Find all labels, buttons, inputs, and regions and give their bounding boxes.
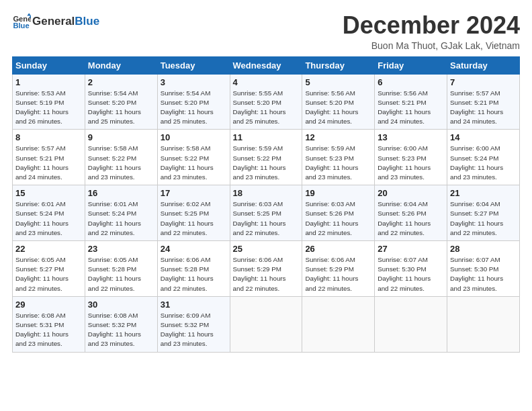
- col-tuesday: Tuesday: [157, 56, 230, 74]
- table-row: 17Sunrise: 6:02 AMSunset: 5:25 PMDayligh…: [157, 185, 230, 241]
- table-row: 19Sunrise: 6:03 AMSunset: 5:26 PMDayligh…: [302, 185, 375, 241]
- table-row: 13Sunrise: 6:00 AMSunset: 5:23 PMDayligh…: [375, 130, 447, 185]
- table-row: 10Sunrise: 5:58 AMSunset: 5:22 PMDayligh…: [157, 130, 230, 185]
- table-row: [375, 296, 447, 352]
- col-saturday: Saturday: [447, 56, 520, 74]
- table-row: 31Sunrise: 6:09 AMSunset: 5:32 PMDayligh…: [157, 296, 230, 352]
- table-row: 24Sunrise: 6:06 AMSunset: 5:28 PMDayligh…: [157, 241, 230, 297]
- location: Buon Ma Thuot, GJak Lak, Vietnam: [343, 40, 520, 51]
- table-row: [302, 296, 375, 352]
- table-row: 8Sunrise: 5:57 AMSunset: 5:21 PMDaylight…: [13, 130, 85, 185]
- calendar-week-4: 29Sunrise: 6:08 AMSunset: 5:31 PMDayligh…: [13, 296, 520, 352]
- month-title: December 2024: [343, 12, 520, 39]
- table-row: 14Sunrise: 6:00 AMSunset: 5:24 PMDayligh…: [447, 130, 520, 185]
- table-row: 26Sunrise: 6:06 AMSunset: 5:29 PMDayligh…: [302, 241, 375, 297]
- calendar-week-1: 8Sunrise: 5:57 AMSunset: 5:21 PMDaylight…: [13, 130, 520, 185]
- table-row: 21Sunrise: 6:04 AMSunset: 5:27 PMDayligh…: [447, 185, 520, 241]
- table-row: 29Sunrise: 6:08 AMSunset: 5:31 PMDayligh…: [13, 296, 85, 352]
- table-row: 9Sunrise: 5:58 AMSunset: 5:22 PMDaylight…: [85, 130, 157, 185]
- calendar-week-2: 15Sunrise: 6:01 AMSunset: 5:24 PMDayligh…: [13, 185, 520, 241]
- col-thursday: Thursday: [302, 56, 375, 74]
- table-row: 27Sunrise: 6:07 AMSunset: 5:30 PMDayligh…: [375, 241, 447, 297]
- table-row: 3Sunrise: 5:54 AMSunset: 5:20 PMDaylight…: [157, 74, 230, 130]
- calendar-table: Sunday Monday Tuesday Wednesday Thursday…: [12, 56, 520, 353]
- table-row: 2Sunrise: 5:54 AMSunset: 5:20 PMDaylight…: [85, 74, 157, 130]
- svg-text:Blue: Blue: [13, 21, 29, 30]
- table-row: [447, 296, 520, 352]
- table-row: 15Sunrise: 6:01 AMSunset: 5:24 PMDayligh…: [13, 185, 85, 241]
- table-row: 11Sunrise: 5:59 AMSunset: 5:22 PMDayligh…: [230, 130, 302, 185]
- table-row: 18Sunrise: 6:03 AMSunset: 5:25 PMDayligh…: [230, 185, 302, 241]
- table-row: 4Sunrise: 5:55 AMSunset: 5:20 PMDaylight…: [230, 74, 302, 130]
- table-row: 5Sunrise: 5:56 AMSunset: 5:20 PMDaylight…: [302, 74, 375, 130]
- col-wednesday: Wednesday: [230, 56, 302, 74]
- table-row: 1Sunrise: 5:53 AMSunset: 5:19 PMDaylight…: [13, 74, 85, 130]
- page: General Blue GeneralBlue December 2024 B…: [0, 0, 532, 411]
- calendar-week-3: 22Sunrise: 6:05 AMSunset: 5:27 PMDayligh…: [13, 241, 520, 297]
- table-row: 22Sunrise: 6:05 AMSunset: 5:27 PMDayligh…: [13, 241, 85, 297]
- table-row: 30Sunrise: 6:08 AMSunset: 5:32 PMDayligh…: [85, 296, 157, 352]
- logo-text-general: GeneralBlue: [32, 15, 99, 28]
- table-row: 16Sunrise: 6:01 AMSunset: 5:24 PMDayligh…: [85, 185, 157, 241]
- col-sunday: Sunday: [13, 56, 85, 74]
- logo: General Blue GeneralBlue: [12, 12, 99, 31]
- table-row: [230, 296, 302, 352]
- col-monday: Monday: [85, 56, 157, 74]
- calendar-week-0: 1Sunrise: 5:53 AMSunset: 5:19 PMDaylight…: [13, 74, 520, 130]
- table-row: 28Sunrise: 6:07 AMSunset: 5:30 PMDayligh…: [447, 241, 520, 297]
- header: General Blue GeneralBlue December 2024 B…: [12, 12, 520, 51]
- calendar-header-row: Sunday Monday Tuesday Wednesday Thursday…: [13, 56, 520, 74]
- table-row: 6Sunrise: 5:56 AMSunset: 5:21 PMDaylight…: [375, 74, 447, 130]
- title-block: December 2024 Buon Ma Thuot, GJak Lak, V…: [343, 12, 520, 51]
- table-row: 12Sunrise: 5:59 AMSunset: 5:23 PMDayligh…: [302, 130, 375, 185]
- logo-icon: General Blue: [12, 12, 31, 31]
- table-row: 23Sunrise: 6:05 AMSunset: 5:28 PMDayligh…: [85, 241, 157, 297]
- col-friday: Friday: [375, 56, 447, 74]
- table-row: 25Sunrise: 6:06 AMSunset: 5:29 PMDayligh…: [230, 241, 302, 297]
- table-row: 7Sunrise: 5:57 AMSunset: 5:21 PMDaylight…: [447, 74, 520, 130]
- table-row: 20Sunrise: 6:04 AMSunset: 5:26 PMDayligh…: [375, 185, 447, 241]
